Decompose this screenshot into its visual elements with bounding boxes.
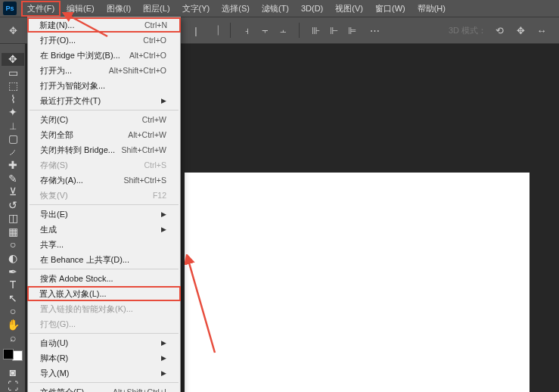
menu-item-label: 在 Behance 上共享(D)...	[40, 254, 129, 266]
tool-eraser[interactable]: ◫	[2, 212, 24, 225]
dist-1-icon[interactable]: ⫞	[238, 22, 255, 39]
menu-l[interactable]: 图层(L)	[137, 1, 175, 17]
tool-hand[interactable]: ✋	[2, 318, 24, 331]
menu-item-shortcut: Ctrl+O	[143, 36, 166, 45]
menu-item-shortcut: Alt+Shift+Ctrl+I	[113, 387, 166, 392]
menu-i[interactable]: 图像(I)	[101, 1, 137, 17]
dist-2-icon[interactable]: ⫟	[256, 22, 273, 39]
tools-panel: ✥▭⬚⌇✦⟂▢⟋✚✎⊻↺◫▦○◐✒T↖○✋⌕◙⛶	[0, 44, 26, 392]
tool-type[interactable]: T	[2, 278, 24, 291]
menu-item-label: 共享...	[40, 239, 64, 250]
dist-5-icon[interactable]: ⊩	[325, 22, 342, 39]
align-hcenter-icon[interactable]: |	[188, 22, 204, 39]
tool-quickmask[interactable]: ◙	[2, 366, 24, 379]
submenu-arrow-icon: ▶	[161, 369, 166, 377]
tool-stamp[interactable]: ⊻	[2, 185, 24, 198]
menu-item-label: 生成	[40, 224, 57, 235]
menu-t[interactable]: 滤镜(T)	[256, 1, 295, 17]
mode-3d-label: 3D 模式：	[449, 25, 486, 36]
menu-item[interactable]: 脚本(R)▶	[28, 350, 180, 366]
menu-item-label: 自动(U)	[40, 338, 68, 349]
pan-icon[interactable]: ✥	[512, 22, 529, 39]
menu-item-label: 置入嵌入对象(L)...	[39, 288, 107, 300]
menu-f[interactable]: 文件(F)	[21, 1, 61, 17]
tool-pen[interactable]: ✒	[2, 265, 24, 278]
tool-zoom[interactable]: ⌕	[2, 331, 24, 344]
menu-item-label: 打开(O)...	[40, 35, 76, 46]
menu-item[interactable]: 关闭(C)Ctrl+W	[28, 112, 180, 127]
dist-4-icon[interactable]: ⊪	[307, 22, 324, 39]
menu-item[interactable]: 搜索 Adobe Stock...	[28, 271, 180, 286]
menu-item-label: 打包(G)...	[40, 319, 76, 330]
menu-item[interactable]: 导出(E)▶	[28, 207, 180, 222]
menu-item[interactable]: 共享...	[28, 237, 180, 252]
tool-lasso[interactable]: ⌇	[2, 93, 24, 106]
menu-item-label: 存储为(A)...	[40, 175, 83, 186]
tool-move[interactable]: ✥	[2, 53, 24, 66]
tool-screenmode[interactable]: ⛶	[2, 379, 24, 392]
menu-item[interactable]: 关闭并转到 Bridge...Shift+Ctrl+W	[28, 142, 180, 157]
tool-shape[interactable]: ○	[2, 305, 24, 318]
menu-item[interactable]: 最近打开文件(T)▶	[28, 93, 180, 108]
menu-s[interactable]: 选择(S)	[216, 1, 256, 17]
menu-item-shortcut: Shift+Ctrl+W	[121, 145, 166, 154]
menu-item-label: 新建(N)...	[39, 20, 74, 31]
menu-h[interactable]: 帮助(H)	[411, 1, 452, 17]
submenu-arrow-icon: ▶	[161, 339, 166, 347]
dist-6-icon[interactable]: ⊫	[343, 22, 360, 39]
canvas[interactable]	[185, 173, 529, 392]
align-right-icon[interactable]: ⎹	[206, 22, 222, 39]
menu-item-label: 导出(E)	[40, 209, 68, 220]
menu-item-label: 在 Bridge 中浏览(B)...	[40, 50, 120, 61]
menu-item-label: 关闭(C)	[40, 114, 68, 126]
menu-item-label: 关闭全部	[40, 129, 73, 141]
menu-item[interactable]: 在 Behance 上共享(D)...	[28, 252, 180, 267]
tool-artboard[interactable]: ▭	[2, 67, 24, 79]
color-swatches[interactable]	[2, 347, 24, 362]
tool-gradient[interactable]: ▦	[2, 226, 24, 238]
move-tool-icon[interactable]: ✥	[5, 22, 21, 39]
tool-brush[interactable]: ✎	[2, 173, 24, 185]
menu-item[interactable]: 打开(O)...Ctrl+O	[28, 33, 180, 48]
menu-item-label: 恢复(V)	[40, 190, 68, 201]
tool-frame[interactable]: ▢	[2, 132, 24, 145]
orbit-icon[interactable]: ⟲	[491, 22, 508, 39]
bg-color-swatch[interactable]	[12, 350, 23, 361]
menu-separator	[30, 269, 179, 269]
fg-color-swatch[interactable]	[3, 349, 14, 359]
menu-item[interactable]: 在 Bridge 中浏览(B)...Alt+Ctrl+O	[28, 48, 180, 63]
menu-item: 打包(G)...	[28, 316, 180, 331]
menu-item[interactable]: 导入(M)▶	[28, 366, 180, 381]
menu-item: 恢复(V)F12	[28, 188, 180, 203]
submenu-arrow-icon: ▶	[161, 354, 166, 362]
tool-heal[interactable]: ✚	[2, 159, 24, 172]
tool-blur[interactable]: ○	[2, 238, 24, 251]
menu-item[interactable]: 关闭全部Alt+Ctrl+W	[28, 127, 180, 142]
menu-item[interactable]: 存储为(A)...Shift+Ctrl+S	[28, 173, 180, 188]
tool-path[interactable]: ↖	[2, 291, 24, 304]
menu-v[interactable]: 视图(V)	[329, 1, 369, 17]
menu-item[interactable]: 打开为智能对象...	[28, 78, 180, 93]
menu-w[interactable]: 窗口(W)	[369, 1, 411, 17]
menu-item[interactable]: 置入嵌入对象(L)...	[27, 286, 181, 301]
tool-eyedrop[interactable]: ⟋	[2, 146, 24, 159]
menu-item[interactable]: 打开为...Alt+Shift+Ctrl+O	[28, 63, 180, 78]
more-icon[interactable]: ⋯	[366, 22, 383, 39]
tool-history[interactable]: ↺	[2, 199, 24, 212]
tool-wand[interactable]: ✦	[2, 106, 24, 119]
menu-item[interactable]: 文件简介(F)...Alt+Shift+Ctrl+I	[28, 384, 180, 392]
slide-icon[interactable]: ↔	[533, 22, 550, 39]
menu-dd[interactable]: 3D(D)	[295, 2, 329, 15]
dist-3-icon[interactable]: ⫠	[275, 22, 291, 39]
tool-crop[interactable]: ⟂	[2, 120, 24, 132]
menu-item[interactable]: 新建(N)...Ctrl+N	[27, 17, 181, 33]
tool-marquee[interactable]: ⬚	[2, 79, 24, 92]
menu-y[interactable]: 文字(Y)	[176, 1, 216, 17]
tool-dodge[interactable]: ◐	[2, 252, 24, 265]
menu-separator	[30, 333, 179, 334]
menu-e[interactable]: 编辑(E)	[61, 1, 101, 17]
menu-item[interactable]: 生成▶	[28, 222, 180, 237]
menu-item[interactable]: 自动(U)▶	[28, 335, 180, 350]
menu-item-shortcut: Ctrl+N	[144, 20, 167, 30]
submenu-arrow-icon: ▶	[161, 210, 166, 218]
